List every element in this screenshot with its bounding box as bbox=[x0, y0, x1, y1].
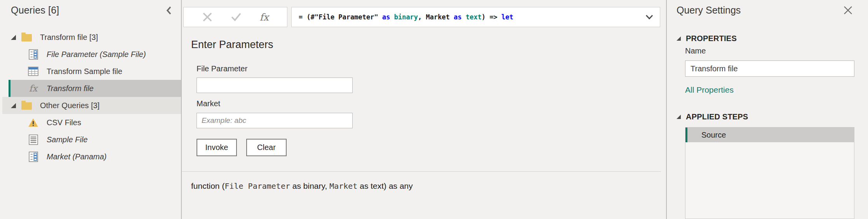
tree-item-transform-sample-file[interactable]: Transform Sample file bbox=[0, 63, 181, 80]
parameter-icon bbox=[28, 152, 38, 162]
document-icon bbox=[28, 135, 38, 145]
table-icon bbox=[28, 67, 38, 76]
market-label: Market bbox=[197, 99, 220, 108]
tree-item-transform-file-folder[interactable]: Transform file [3] bbox=[0, 29, 181, 46]
query-settings-header: Query Settings bbox=[677, 5, 856, 16]
collapse-triangle-icon bbox=[677, 36, 681, 41]
main-content: fx = (#"File Parameter" as binary, Marke… bbox=[182, 0, 666, 219]
queries-pane: Queries [6] Transform file [3] bbox=[0, 0, 182, 219]
parameter-icon bbox=[28, 49, 38, 60]
tree-item-market-panama[interactable]: Market (Panama) bbox=[0, 148, 181, 165]
query-settings-pane: Query Settings PROPERTIES Name All Prope… bbox=[666, 0, 868, 219]
queries-pane-title: Queries [6] bbox=[11, 5, 59, 16]
warning-icon bbox=[28, 118, 38, 128]
expand-triangle-icon[interactable] bbox=[11, 35, 16, 40]
name-label: Name bbox=[685, 47, 706, 55]
cancel-formula-button[interactable] bbox=[202, 12, 213, 22]
tree-item-label: Other Queries [3] bbox=[40, 101, 99, 110]
tree-item-label: Transform file [3] bbox=[40, 33, 98, 42]
tree-item-transform-file[interactable]: fx Transform file bbox=[9, 80, 181, 97]
tree-item-label: Transform Sample file bbox=[47, 67, 122, 76]
expand-formula-bar-button[interactable] bbox=[645, 14, 654, 20]
all-properties-link[interactable]: All Properties bbox=[685, 85, 734, 95]
divider bbox=[182, 171, 661, 172]
formula-text: = (#"File Parameter" as binary, Market a… bbox=[299, 13, 642, 21]
properties-title: PROPERTIES bbox=[686, 34, 737, 43]
query-name-input[interactable] bbox=[685, 60, 854, 77]
applied-steps-list: Source bbox=[685, 127, 854, 219]
clear-button[interactable]: Clear bbox=[246, 139, 287, 156]
tree-item-label: File Parameter (Sample File) bbox=[47, 50, 146, 59]
chevron-left-icon bbox=[165, 6, 172, 15]
folder-icon bbox=[21, 101, 32, 110]
tree-item-label: Market (Panama) bbox=[47, 152, 107, 161]
queries-pane-header: Queries [6] bbox=[11, 5, 175, 16]
tree-item-other-queries-folder[interactable]: Other Queries [3] bbox=[2, 97, 181, 114]
tree-item-csv-files[interactable]: CSV Files bbox=[0, 114, 181, 131]
fx-icon: fx bbox=[260, 12, 269, 23]
tree-item-sample-file[interactable]: Sample File bbox=[0, 131, 181, 148]
collapse-pane-button[interactable] bbox=[165, 6, 172, 15]
power-query-editor: Queries [6] Transform file [3] bbox=[0, 0, 868, 219]
close-pane-button[interactable] bbox=[843, 5, 853, 16]
applied-steps-section-header[interactable]: APPLIED STEPS bbox=[677, 112, 748, 121]
enter-parameters-title: Enter Parameters bbox=[191, 39, 273, 51]
collapse-triangle-icon bbox=[677, 115, 681, 119]
folder-icon bbox=[21, 33, 32, 41]
close-icon bbox=[843, 5, 853, 16]
queries-tree: Transform file [3] File Parameter (Sampl… bbox=[0, 29, 181, 165]
step-label: Source bbox=[701, 131, 726, 140]
formula-bar-buttons: fx bbox=[183, 7, 287, 27]
market-input[interactable] bbox=[197, 113, 353, 128]
tree-item-label: Sample File bbox=[47, 135, 88, 144]
expand-triangle-icon[interactable] bbox=[11, 103, 16, 108]
formula-input[interactable]: = (#"File Parameter" as binary, Market a… bbox=[291, 7, 660, 27]
checkmark-icon bbox=[231, 12, 242, 22]
accept-formula-button[interactable] bbox=[231, 12, 242, 22]
add-function-button[interactable]: fx bbox=[260, 12, 269, 22]
step-source[interactable]: Source bbox=[685, 128, 854, 142]
function-signature: function (File Parameter as binary, Mark… bbox=[191, 181, 413, 191]
formula-bar: fx = (#"File Parameter" as binary, Marke… bbox=[183, 7, 660, 27]
tree-item-file-parameter[interactable]: File Parameter (Sample File) bbox=[0, 46, 181, 63]
function-fx-icon: fx bbox=[28, 84, 38, 93]
applied-steps-title: APPLIED STEPS bbox=[686, 112, 748, 121]
chevron-down-icon bbox=[645, 14, 654, 20]
properties-section-header[interactable]: PROPERTIES bbox=[677, 34, 737, 43]
file-parameter-label: File Parameter bbox=[197, 64, 247, 73]
query-settings-title: Query Settings bbox=[677, 5, 741, 16]
invoke-button[interactable]: Invoke bbox=[197, 139, 237, 156]
cancel-x-icon bbox=[202, 12, 213, 22]
tree-item-label: CSV Files bbox=[47, 118, 81, 127]
parameter-buttons: Invoke Clear bbox=[197, 139, 287, 156]
file-parameter-input[interactable] bbox=[197, 78, 353, 93]
tree-item-label: Transform file bbox=[47, 84, 94, 93]
